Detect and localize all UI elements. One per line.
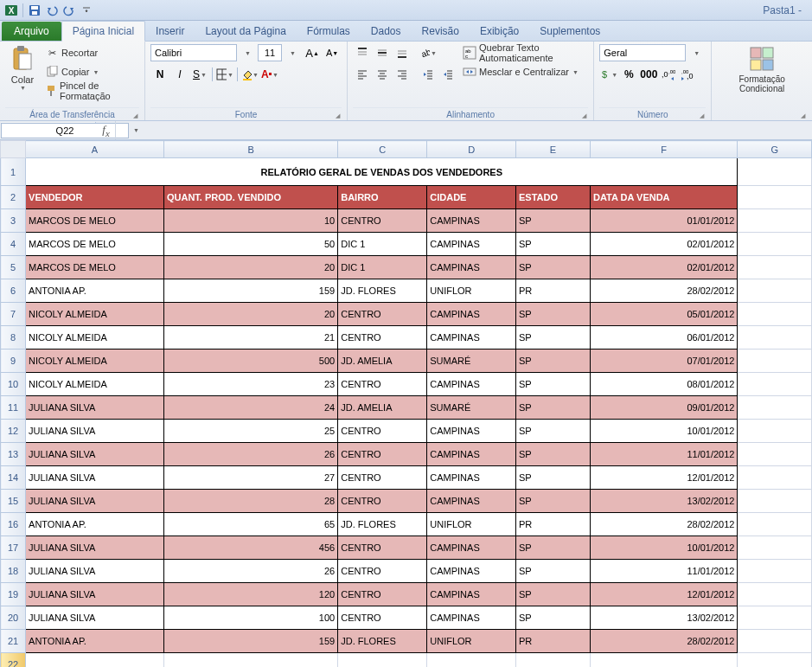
align-center-button[interactable] bbox=[373, 65, 392, 84]
table-cell[interactable]: CAMPINAS bbox=[427, 606, 516, 630]
table-cell[interactable]: JD. FLORES bbox=[338, 279, 427, 303]
table-cell[interactable]: SP bbox=[515, 373, 590, 396]
comma-format-button[interactable]: 000 bbox=[639, 65, 658, 84]
tab-formulas[interactable]: Fórmulas bbox=[297, 22, 361, 41]
redo-icon[interactable] bbox=[61, 3, 77, 18]
table-cell[interactable]: 28/02/2012 bbox=[590, 513, 738, 536]
table-cell[interactable]: NICOLY ALMEIDA bbox=[26, 326, 164, 350]
row-header[interactable]: 5 bbox=[1, 256, 26, 279]
row-header[interactable]: 1 bbox=[1, 158, 26, 186]
table-cell[interactable]: SP bbox=[515, 606, 590, 630]
borders-button[interactable]: ▼ bbox=[215, 65, 234, 84]
table-cell[interactable]: JD. AMELIA bbox=[338, 350, 427, 373]
column-header[interactable]: D bbox=[427, 141, 516, 158]
table-cell[interactable]: 23 bbox=[163, 373, 337, 396]
orientation-button[interactable]: ab▼ bbox=[419, 43, 438, 62]
tab-data[interactable]: Dados bbox=[361, 22, 412, 41]
cell[interactable] bbox=[738, 373, 812, 396]
cut-button[interactable]: ✂ Recortar bbox=[43, 43, 139, 62]
row-header[interactable]: 15 bbox=[1, 490, 26, 513]
table-cell[interactable]: 24 bbox=[163, 396, 337, 420]
table-cell[interactable]: CAMPINAS bbox=[427, 209, 516, 233]
tab-view[interactable]: Exibição bbox=[470, 22, 529, 41]
table-cell[interactable]: 27 bbox=[163, 466, 337, 490]
table-cell[interactable]: DIC 1 bbox=[338, 256, 427, 279]
cell[interactable] bbox=[738, 630, 812, 653]
table-cell[interactable]: 28/02/2012 bbox=[590, 630, 738, 653]
cell[interactable] bbox=[738, 420, 812, 443]
cell[interactable] bbox=[163, 653, 337, 668]
table-cell[interactable]: CENTRO bbox=[338, 209, 427, 233]
qat-customize-icon[interactable] bbox=[79, 3, 94, 18]
table-cell[interactable]: 02/01/2012 bbox=[590, 233, 738, 256]
table-cell[interactable]: UNIFLOR bbox=[427, 279, 516, 303]
cell[interactable] bbox=[590, 653, 738, 668]
table-cell[interactable]: CAMPINAS bbox=[427, 420, 516, 443]
cell[interactable] bbox=[26, 653, 164, 668]
table-cell[interactable]: JULIANA SILVA bbox=[26, 606, 164, 630]
align-left-button[interactable] bbox=[353, 65, 372, 84]
save-icon[interactable] bbox=[27, 3, 42, 18]
table-cell[interactable]: CENTRO bbox=[338, 583, 427, 606]
cell[interactable] bbox=[427, 653, 516, 668]
table-header-cell[interactable]: DATA DA VENDA bbox=[590, 186, 738, 209]
table-cell[interactable]: 159 bbox=[163, 630, 337, 653]
column-header[interactable]: G bbox=[738, 141, 812, 158]
table-cell[interactable]: JD. FLORES bbox=[338, 513, 427, 536]
table-cell[interactable]: CAMPINAS bbox=[427, 536, 516, 560]
table-cell[interactable]: SP bbox=[515, 560, 590, 583]
table-cell[interactable]: JULIANA SILVA bbox=[26, 466, 164, 490]
table-cell[interactable]: CAMPINAS bbox=[427, 303, 516, 326]
number-format-dropdown[interactable]: ▼ bbox=[687, 43, 706, 62]
table-cell[interactable]: SP bbox=[515, 583, 590, 606]
table-cell[interactable]: 26 bbox=[163, 443, 337, 466]
table-cell[interactable]: JULIANA SILVA bbox=[26, 536, 164, 560]
increase-decimal-button[interactable]: ,0,00 bbox=[659, 65, 678, 84]
table-cell[interactable]: 05/01/2012 bbox=[590, 303, 738, 326]
decrease-decimal-button[interactable]: ,00,0 bbox=[679, 65, 698, 84]
table-cell[interactable]: JULIANA SILVA bbox=[26, 583, 164, 606]
select-all-corner[interactable] bbox=[1, 141, 26, 158]
table-cell[interactable]: ANTONIA AP. bbox=[26, 513, 164, 536]
tab-review[interactable]: Revisão bbox=[412, 22, 470, 41]
copy-button[interactable]: Copiar ▼ bbox=[43, 62, 139, 81]
table-cell[interactable]: JULIANA SILVA bbox=[26, 560, 164, 583]
cell[interactable] bbox=[515, 653, 590, 668]
table-cell[interactable]: 11/01/2012 bbox=[590, 560, 738, 583]
cell[interactable] bbox=[738, 279, 812, 303]
align-middle-button[interactable] bbox=[373, 43, 392, 62]
table-cell[interactable]: 02/01/2012 bbox=[590, 256, 738, 279]
table-cell[interactable]: SP bbox=[515, 209, 590, 233]
table-cell[interactable]: 120 bbox=[163, 583, 337, 606]
fill-color-button[interactable]: ▼ bbox=[240, 65, 259, 84]
row-header[interactable]: 13 bbox=[1, 443, 26, 466]
cell[interactable] bbox=[738, 653, 812, 668]
table-cell[interactable]: CENTRO bbox=[338, 536, 427, 560]
cell[interactable] bbox=[738, 158, 812, 186]
table-cell[interactable]: 08/01/2012 bbox=[590, 373, 738, 396]
table-cell[interactable]: 65 bbox=[163, 513, 337, 536]
spreadsheet-grid[interactable]: ABCDEFG1RELATÓRIO GERAL DE VENDAS DOS VE… bbox=[0, 140, 812, 667]
column-header[interactable]: A bbox=[26, 141, 164, 158]
align-bottom-button[interactable] bbox=[393, 43, 412, 62]
table-cell[interactable]: CENTRO bbox=[338, 373, 427, 396]
italic-button[interactable]: I bbox=[170, 65, 189, 84]
column-header[interactable]: B bbox=[163, 141, 337, 158]
table-cell[interactable]: SP bbox=[515, 350, 590, 373]
table-cell[interactable]: 11/01/2012 bbox=[590, 443, 738, 466]
cell[interactable] bbox=[738, 209, 812, 233]
table-cell[interactable]: SP bbox=[515, 536, 590, 560]
formula-input[interactable] bbox=[116, 121, 812, 139]
table-cell[interactable]: CAMPINAS bbox=[427, 466, 516, 490]
table-header-cell[interactable]: VENDEDOR bbox=[26, 186, 164, 209]
row-header[interactable]: 19 bbox=[1, 583, 26, 606]
table-cell[interactable]: JD. FLORES bbox=[338, 630, 427, 653]
table-cell[interactable]: CAMPINAS bbox=[427, 233, 516, 256]
table-cell[interactable]: 21 bbox=[163, 326, 337, 350]
table-cell[interactable]: NICOLY ALMEIDA bbox=[26, 350, 164, 373]
table-cell[interactable]: 12/01/2012 bbox=[590, 466, 738, 490]
table-cell[interactable]: CAMPINAS bbox=[427, 583, 516, 606]
conditional-formatting-button[interactable]: Formatação Condicional bbox=[717, 43, 807, 95]
font-name-dropdown[interactable]: ▼ bbox=[238, 43, 257, 62]
table-cell[interactable]: SUMARÉ bbox=[427, 350, 516, 373]
